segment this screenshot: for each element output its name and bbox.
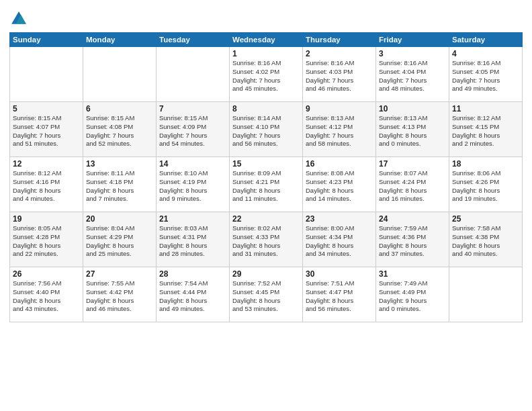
day-number: 25 bbox=[452, 214, 519, 224]
day-number: 13 bbox=[86, 159, 153, 169]
header bbox=[9, 7, 523, 28]
day-info: Sunrise: 8:13 AM Sunset: 4:12 PM Dayligh… bbox=[306, 114, 373, 148]
weekday-header-row: SundayMondayTuesdayWednesdayThursdayFrid… bbox=[10, 33, 523, 47]
day-cell: 16Sunrise: 8:08 AM Sunset: 4:23 PM Dayli… bbox=[303, 157, 376, 212]
day-number: 16 bbox=[306, 159, 373, 169]
day-info: Sunrise: 7:49 AM Sunset: 4:49 PM Dayligh… bbox=[379, 279, 446, 314]
weekday-header-friday: Friday bbox=[376, 33, 449, 47]
day-cell: 1Sunrise: 8:16 AM Sunset: 4:02 PM Daylig… bbox=[230, 47, 303, 102]
day-info: Sunrise: 8:12 AM Sunset: 4:15 PM Dayligh… bbox=[452, 114, 519, 148]
day-number: 12 bbox=[13, 159, 80, 169]
day-info: Sunrise: 8:13 AM Sunset: 4:13 PM Dayligh… bbox=[379, 114, 446, 148]
day-number: 31 bbox=[379, 269, 446, 279]
day-number: 28 bbox=[159, 269, 226, 279]
day-info: Sunrise: 8:16 AM Sunset: 4:02 PM Dayligh… bbox=[232, 59, 300, 93]
day-info: Sunrise: 8:09 AM Sunset: 4:21 PM Dayligh… bbox=[232, 169, 300, 203]
day-number: 26 bbox=[13, 269, 80, 279]
week-row-4: 19Sunrise: 8:05 AM Sunset: 4:28 PM Dayli… bbox=[10, 212, 523, 267]
day-info: Sunrise: 8:14 AM Sunset: 4:10 PM Dayligh… bbox=[232, 114, 300, 148]
day-cell: 23Sunrise: 8:00 AM Sunset: 4:34 PM Dayli… bbox=[303, 212, 376, 267]
day-cell: 8Sunrise: 8:14 AM Sunset: 4:10 PM Daylig… bbox=[230, 102, 303, 157]
week-row-1: 1Sunrise: 8:16 AM Sunset: 4:02 PM Daylig… bbox=[10, 47, 523, 102]
day-number: 15 bbox=[232, 159, 300, 169]
day-number: 21 bbox=[159, 214, 226, 224]
day-number: 7 bbox=[159, 104, 226, 113]
week-row-2: 5Sunrise: 8:15 AM Sunset: 4:07 PM Daylig… bbox=[10, 102, 523, 157]
day-number: 10 bbox=[379, 104, 446, 113]
day-info: Sunrise: 7:51 AM Sunset: 4:47 PM Dayligh… bbox=[306, 279, 373, 314]
day-number: 14 bbox=[159, 159, 226, 169]
day-cell: 29Sunrise: 7:52 AM Sunset: 4:45 PM Dayli… bbox=[230, 267, 303, 322]
day-number: 1 bbox=[232, 49, 300, 58]
day-number: 8 bbox=[232, 104, 300, 113]
day-cell: 3Sunrise: 8:16 AM Sunset: 4:04 PM Daylig… bbox=[376, 47, 449, 102]
day-info: Sunrise: 7:56 AM Sunset: 4:40 PM Dayligh… bbox=[13, 279, 80, 314]
day-cell: 28Sunrise: 7:54 AM Sunset: 4:44 PM Dayli… bbox=[157, 267, 230, 322]
day-cell bbox=[83, 47, 157, 102]
day-number: 22 bbox=[232, 214, 300, 224]
day-info: Sunrise: 8:06 AM Sunset: 4:26 PM Dayligh… bbox=[452, 169, 519, 203]
page: SundayMondayTuesdayWednesdayThursdayFrid… bbox=[0, 0, 532, 411]
logo-icon bbox=[9, 9, 28, 28]
day-info: Sunrise: 7:58 AM Sunset: 4:38 PM Dayligh… bbox=[452, 224, 519, 259]
day-number: 11 bbox=[452, 104, 519, 113]
weekday-header-monday: Monday bbox=[83, 33, 157, 47]
day-cell: 26Sunrise: 7:56 AM Sunset: 4:40 PM Dayli… bbox=[10, 267, 83, 322]
day-cell: 7Sunrise: 8:15 AM Sunset: 4:09 PM Daylig… bbox=[157, 102, 230, 157]
day-number: 3 bbox=[379, 49, 446, 58]
day-info: Sunrise: 7:59 AM Sunset: 4:36 PM Dayligh… bbox=[379, 224, 446, 259]
day-info: Sunrise: 8:00 AM Sunset: 4:34 PM Dayligh… bbox=[306, 224, 373, 259]
day-cell: 2Sunrise: 8:16 AM Sunset: 4:03 PM Daylig… bbox=[303, 47, 376, 102]
day-info: Sunrise: 8:15 AM Sunset: 4:07 PM Dayligh… bbox=[13, 114, 80, 148]
weekday-header-tuesday: Tuesday bbox=[157, 33, 230, 47]
day-info: Sunrise: 8:16 AM Sunset: 4:05 PM Dayligh… bbox=[452, 59, 519, 93]
day-cell: 10Sunrise: 8:13 AM Sunset: 4:13 PM Dayli… bbox=[376, 102, 449, 157]
day-cell: 25Sunrise: 7:58 AM Sunset: 4:38 PM Dayli… bbox=[449, 212, 523, 267]
day-number: 29 bbox=[232, 269, 300, 279]
day-cell: 27Sunrise: 7:55 AM Sunset: 4:42 PM Dayli… bbox=[83, 267, 157, 322]
weekday-header-sunday: Sunday bbox=[10, 33, 83, 47]
day-cell: 15Sunrise: 8:09 AM Sunset: 4:21 PM Dayli… bbox=[230, 157, 303, 212]
day-cell bbox=[157, 47, 230, 102]
day-info: Sunrise: 8:15 AM Sunset: 4:08 PM Dayligh… bbox=[86, 114, 153, 148]
day-cell: 12Sunrise: 8:12 AM Sunset: 4:16 PM Dayli… bbox=[10, 157, 83, 212]
day-cell: 11Sunrise: 8:12 AM Sunset: 4:15 PM Dayli… bbox=[449, 102, 523, 157]
day-number: 17 bbox=[379, 159, 446, 169]
day-number: 2 bbox=[306, 49, 373, 58]
day-cell: 6Sunrise: 8:15 AM Sunset: 4:08 PM Daylig… bbox=[83, 102, 157, 157]
day-info: Sunrise: 8:03 AM Sunset: 4:31 PM Dayligh… bbox=[159, 224, 226, 259]
day-number: 18 bbox=[452, 159, 519, 169]
day-cell: 24Sunrise: 7:59 AM Sunset: 4:36 PM Dayli… bbox=[376, 212, 449, 267]
day-cell: 18Sunrise: 8:06 AM Sunset: 4:26 PM Dayli… bbox=[449, 157, 523, 212]
day-number: 19 bbox=[13, 214, 80, 224]
weekday-header-thursday: Thursday bbox=[303, 33, 376, 47]
day-number: 9 bbox=[306, 104, 373, 113]
day-number: 27 bbox=[86, 269, 153, 279]
day-cell: 30Sunrise: 7:51 AM Sunset: 4:47 PM Dayli… bbox=[303, 267, 376, 322]
day-number: 23 bbox=[306, 214, 373, 224]
day-info: Sunrise: 7:55 AM Sunset: 4:42 PM Dayligh… bbox=[86, 279, 153, 314]
day-info: Sunrise: 7:54 AM Sunset: 4:44 PM Dayligh… bbox=[159, 279, 226, 314]
day-info: Sunrise: 8:07 AM Sunset: 4:24 PM Dayligh… bbox=[379, 169, 446, 203]
day-info: Sunrise: 8:16 AM Sunset: 4:03 PM Dayligh… bbox=[306, 59, 373, 93]
day-info: Sunrise: 8:11 AM Sunset: 4:18 PM Dayligh… bbox=[86, 169, 153, 203]
day-number: 30 bbox=[306, 269, 373, 279]
day-info: Sunrise: 8:15 AM Sunset: 4:09 PM Dayligh… bbox=[159, 114, 226, 148]
day-info: Sunrise: 8:10 AM Sunset: 4:19 PM Dayligh… bbox=[159, 169, 226, 203]
day-info: Sunrise: 8:16 AM Sunset: 4:04 PM Dayligh… bbox=[379, 59, 446, 93]
day-info: Sunrise: 8:08 AM Sunset: 4:23 PM Dayligh… bbox=[306, 169, 373, 203]
day-number: 20 bbox=[86, 214, 153, 224]
day-info: Sunrise: 7:52 AM Sunset: 4:45 PM Dayligh… bbox=[232, 279, 300, 314]
day-number: 24 bbox=[379, 214, 446, 224]
day-number: 4 bbox=[452, 49, 519, 58]
day-info: Sunrise: 8:12 AM Sunset: 4:16 PM Dayligh… bbox=[13, 169, 80, 203]
week-row-3: 12Sunrise: 8:12 AM Sunset: 4:16 PM Dayli… bbox=[10, 157, 523, 212]
day-info: Sunrise: 8:04 AM Sunset: 4:29 PM Dayligh… bbox=[86, 224, 153, 259]
logo bbox=[9, 9, 31, 28]
day-cell: 17Sunrise: 8:07 AM Sunset: 4:24 PM Dayli… bbox=[376, 157, 449, 212]
day-cell: 5Sunrise: 8:15 AM Sunset: 4:07 PM Daylig… bbox=[10, 102, 83, 157]
day-info: Sunrise: 8:05 AM Sunset: 4:28 PM Dayligh… bbox=[13, 224, 80, 259]
day-cell: 19Sunrise: 8:05 AM Sunset: 4:28 PM Dayli… bbox=[10, 212, 83, 267]
day-cell: 14Sunrise: 8:10 AM Sunset: 4:19 PM Dayli… bbox=[157, 157, 230, 212]
day-cell: 20Sunrise: 8:04 AM Sunset: 4:29 PM Dayli… bbox=[83, 212, 157, 267]
